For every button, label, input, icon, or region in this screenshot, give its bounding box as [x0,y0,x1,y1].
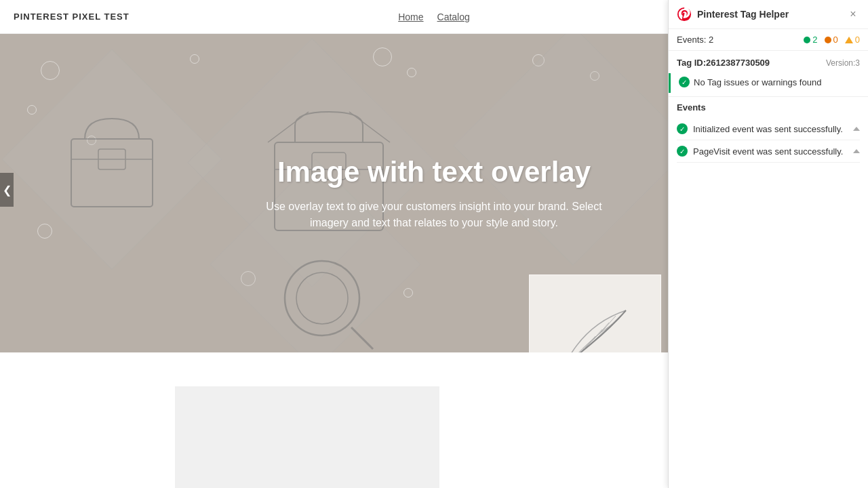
panel-events-bar: Events: 2 2 0 0 [669,29,868,51]
tag-id: Tag ID:2612387730509 [677,58,770,68]
warning-triangle-icon [845,37,853,43]
event-check-icon: ✓ [677,146,688,157]
tag-status: ✓ No Tag issues or warnings found [669,73,860,93]
check-icon: ✓ [679,77,690,87]
hero-heading: Image with text overlay [264,156,604,188]
panel-body: Tag ID:2612387730509 Version:3 ✓ No Tag … [669,51,868,488]
deco-circle [373,47,392,66]
small-product-image [529,274,661,352]
svg-line-8 [349,112,390,142]
event-pagevisit-text: PageVisit event was sent successfully. [693,146,843,157]
events-section-label: Events [677,102,860,113]
green-dot-icon [804,37,810,43]
tag-status-text: No Tag issues or warnings found [694,77,821,87]
hero-subtext: Use overlay text to give your customers … [264,199,604,231]
orange-count-value: 0 [833,35,838,45]
event-check-icon: ✓ [677,123,688,134]
bag-illustration [51,98,173,220]
green-count-value: 2 [812,35,817,45]
warning-count: 0 [845,35,860,45]
event-item-left: ✓ PageVisit event was sent successfully. [677,146,843,157]
orange-dot-icon [825,37,831,43]
tag-version: Version:3 [826,58,860,68]
events-count-label: Events: 2 [677,35,713,45]
events-counts: 2 0 0 [804,35,860,45]
content-placeholder [175,386,439,488]
warning-count-value: 0 [855,35,860,45]
deco-circle [403,288,413,298]
magnifier-illustration [268,244,387,352]
nav-links: Home Catalog [398,12,470,22]
panel-header: Pinterest Tag Helper × [669,0,868,29]
tag-section: Tag ID:2612387730509 Version:3 ✓ No Tag … [669,51,868,97]
panel-title: Pinterest Tag Helper [697,9,789,20]
event-initialized-text: Initialized event was sent successfully. [693,124,843,134]
nav-catalog[interactable]: Catalog [437,12,470,22]
scroll-left-button[interactable]: ❮ [0,173,14,207]
deco-circle [37,224,52,239]
tag-header: Tag ID:2612387730509 Version:3 [677,58,860,68]
panel-close-button[interactable]: × [846,7,860,21]
deco-diamond [453,34,693,266]
deco-circle [41,61,60,80]
panel-title-group: Pinterest Tag Helper [677,7,789,22]
svg-line-11 [351,327,373,349]
deco-circle [407,68,416,77]
hero-text: Image with text overlay Use overlay text… [264,156,604,231]
deco-circle [27,105,37,115]
green-count: 2 [804,35,817,45]
svg-point-10 [296,272,348,324]
site-title: PINTEREST PIXEL TEST [14,12,130,22]
pinterest-logo-icon [677,7,692,22]
events-section: Events ✓ Initialized event was sent succ… [669,97,868,166]
feather-illustration [551,297,639,353]
chevron-up-icon [853,127,860,131]
nav-home[interactable]: Home [398,12,423,22]
event-item-left: ✓ Initialized event was sent successfull… [677,123,843,134]
pinterest-tag-helper-panel: Pinterest Tag Helper × Events: 2 2 0 0 T… [668,0,868,488]
deco-circle [190,54,199,64]
event-item-initialized[interactable]: ✓ Initialized event was sent successfull… [677,118,860,140]
chevron-up-icon [853,149,860,153]
orange-count: 0 [825,35,838,45]
svg-line-7 [268,112,309,142]
event-item-pagevisit[interactable]: ✓ PageVisit event was sent successfully. [677,140,860,163]
